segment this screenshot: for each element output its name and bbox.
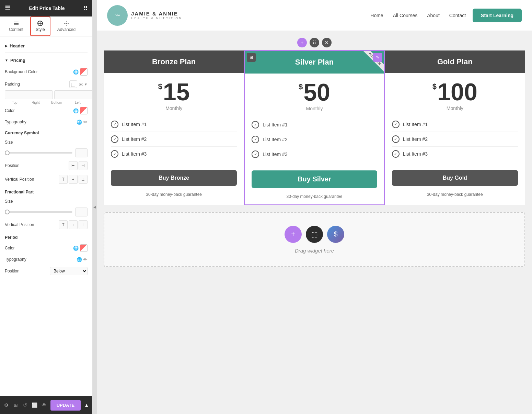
gold-price-display: $ 100 — [432, 80, 477, 104]
nav-contact[interactable]: Contact — [449, 13, 466, 18]
chevron-up-icon[interactable]: ▲ — [84, 402, 89, 408]
list-item: ✓ List Item #1 — [252, 118, 377, 132]
bg-color-swatch[interactable] — [80, 68, 88, 76]
nav-about[interactable]: About — [427, 13, 440, 18]
padding-device-icon[interactable]: ⬚ — [69, 80, 77, 88]
list-item: ✓ List Item #1 — [111, 117, 237, 132]
gold-card-header: Gold Plan — [385, 51, 525, 73]
position-right-btn[interactable]: ⊣ — [79, 161, 88, 170]
currency-size-value[interactable] — [75, 148, 88, 157]
panel-collapse-handle[interactable]: ◀ — [93, 0, 97, 414]
responsive-icon[interactable]: ⬜ — [32, 400, 37, 410]
buy-silver-button[interactable]: Buy Silver — [252, 170, 377, 188]
drag-widget-area[interactable]: + ⬚ $ Drag widget here — [104, 212, 525, 267]
tab-style[interactable]: Style — [30, 16, 50, 36]
logo-area: J&A JAMIE & ANNIE HEALTH & NUTRITION — [107, 5, 182, 26]
currency-size-row: Size — [5, 137, 88, 147]
gold-footer: 30-day money-back guarantee — [424, 189, 486, 202]
gold-btn-area: Buy Gold — [385, 165, 525, 189]
period-color-swatch[interactable] — [80, 244, 88, 252]
typography-controls: 🌐 ✏ — [77, 119, 88, 125]
bottom-bar: ⚙ ⊞ ↺ ⬜ 👁 UPDATE ▲ — [0, 396, 92, 414]
frac-vpos-middle-btn[interactable]: + — [69, 220, 78, 229]
bg-color-globe-icon[interactable]: 🌐 — [73, 69, 79, 75]
add-widget-button[interactable]: + — [297, 38, 307, 47]
fractional-part-title: Fractional Part — [5, 186, 88, 197]
block-icon[interactable]: ⊞ — [247, 53, 256, 62]
period-color-globe-icon[interactable]: 🌐 — [73, 246, 79, 251]
currency-position-row: Position ⊢ ⊣ — [5, 159, 88, 172]
buy-bronze-button[interactable]: Buy Bronze — [111, 170, 237, 186]
panel-topbar: ☰ Edit Price Table ⠿ — [0, 0, 92, 16]
period-typography-globe-icon[interactable]: 🌐 — [77, 257, 82, 262]
padding-right-input[interactable] — [54, 90, 93, 99]
template-icon[interactable]: $ — [327, 226, 344, 243]
tab-advanced[interactable]: Advanced — [52, 16, 81, 36]
history-icon[interactable]: ↺ — [22, 400, 28, 410]
currency-symbol-title: Currency Symbol — [5, 127, 88, 137]
typography-edit-icon[interactable]: ✏ — [83, 119, 88, 125]
typography-row: Typography 🌐 ✏ — [5, 117, 88, 127]
top-nav: J&A JAMIE & ANNIE HEALTH & NUTRITION Hom… — [97, 0, 532, 31]
vpos-middle-btn[interactable]: + — [69, 175, 78, 184]
update-button[interactable]: UPDATE — [50, 400, 81, 411]
frac-vpos-bottom-btn[interactable]: ⊥ — [79, 220, 88, 229]
silver-card: ⊞ ✎ Silver Plan POPULAR $ 50 Monthly — [244, 50, 384, 205]
padding-top-input[interactable] — [5, 90, 53, 99]
bg-color-row: Background Color 🌐 — [5, 66, 88, 78]
frac-vpos-top-btn[interactable]: T — [59, 220, 68, 229]
nav-all-courses[interactable]: All Courses — [393, 13, 418, 18]
vpos-bottom-btn[interactable]: ⊥ — [79, 175, 88, 184]
divider-1 — [5, 53, 88, 53]
padding-unit-arrow[interactable]: ▼ — [84, 82, 88, 86]
silver-price-area: $ 50 Monthly — [295, 74, 334, 114]
panel-title: Edit Price Table — [10, 5, 83, 11]
section-header-header[interactable]: ▶ Header — [5, 40, 88, 51]
currency-vposition-btns: T + ⊥ — [59, 175, 88, 184]
add-section-button[interactable]: + — [285, 226, 302, 243]
period-typography-edit-icon[interactable]: ✏ — [83, 257, 88, 262]
currency-vposition-row: Vertical Position T + ⊥ — [5, 172, 88, 186]
color-globe-icon[interactable]: 🌐 — [73, 108, 79, 113]
fractional-size-value[interactable] — [75, 208, 88, 216]
tab-content[interactable]: Content — [3, 16, 29, 36]
currency-size-slider-row — [5, 147, 88, 159]
buy-gold-button[interactable]: Buy Gold — [392, 170, 518, 186]
silver-btn-area: Buy Silver — [245, 165, 384, 191]
grid-icon[interactable]: ⠿ — [83, 5, 88, 12]
bronze-footer: 30-day money-back guarantee — [142, 189, 205, 202]
svg-rect-2 — [14, 24, 19, 25]
typography-globe-icon[interactable]: 🌐 — [77, 120, 82, 125]
check-icon: ✓ — [252, 121, 259, 128]
bronze-price-area: $ 15 Monthly — [155, 73, 193, 114]
fractional-vposition-btns: T + ⊥ — [59, 220, 88, 229]
nav-cta-button[interactable]: Start Learning — [473, 9, 522, 22]
period-position-select[interactable]: Below Inline — [50, 267, 88, 275]
layers-icon[interactable]: ⊞ — [13, 400, 19, 410]
period-typography-controls: 🌐 ✏ — [77, 257, 88, 262]
currency-size-slider[interactable] — [5, 152, 72, 154]
right-content: J&A JAMIE & ANNIE HEALTH & NUTRITION Hom… — [97, 0, 532, 414]
move-widget-button[interactable]: ⠿ — [310, 38, 319, 47]
drag-icons: + ⬚ $ — [285, 226, 344, 243]
panel-content: ▶ Header ▼ Pricing Background Color 🌐 Pa… — [0, 36, 92, 396]
bronze-items: ✓ List Item #1 ✓ List Item #2 ✓ List Ite… — [104, 114, 244, 165]
pricing-area: + ⠿ ✕ Bronze Plan $ 15 Monthly — [97, 31, 532, 209]
settings-icon[interactable]: ⚙ — [3, 400, 9, 410]
hamburger-icon[interactable]: ☰ — [5, 4, 10, 12]
eye-icon[interactable]: 👁 — [41, 400, 47, 410]
section-header-pricing[interactable]: ▼ Pricing — [5, 54, 88, 66]
fractional-size-slider[interactable] — [5, 211, 72, 213]
color-swatch[interactable] — [80, 107, 88, 114]
silver-price-display: $ 50 — [299, 80, 330, 104]
vpos-top-btn[interactable]: T — [59, 175, 68, 184]
remove-widget-button[interactable]: ✕ — [322, 38, 332, 47]
edit-pencil-icon[interactable]: ✎ — [373, 53, 382, 62]
svg-rect-0 — [14, 22, 19, 22]
widget-icon[interactable]: ⬚ — [306, 226, 323, 243]
list-item: ✓ List Item #1 — [392, 117, 518, 132]
position-left-btn[interactable]: ⊢ — [69, 161, 78, 170]
silver-footer: 30-day money-back guarantee — [283, 191, 346, 204]
nav-home[interactable]: Home — [370, 13, 383, 18]
bronze-card-header: Bronze Plan — [104, 51, 244, 73]
